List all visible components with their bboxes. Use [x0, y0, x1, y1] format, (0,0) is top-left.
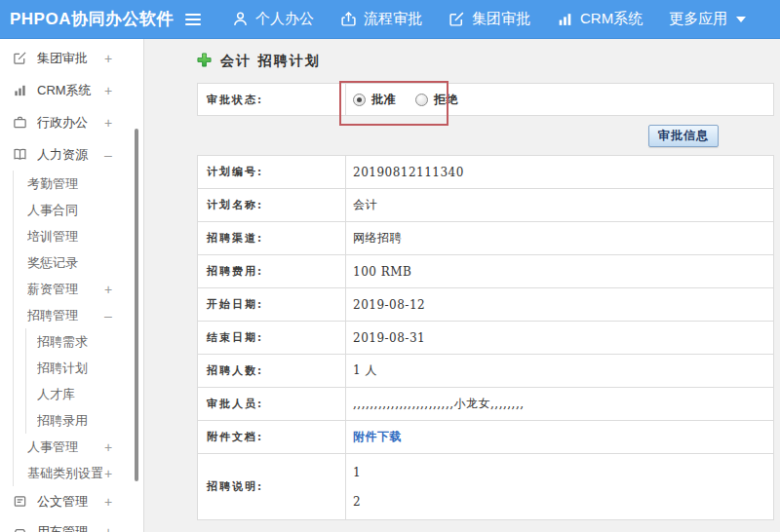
expand-icon: + — [102, 282, 114, 297]
edit-icon — [13, 51, 28, 65]
add-icon — [197, 53, 212, 70]
field-label: 审批状态: — [198, 84, 346, 116]
sidebar-item-admin-office[interactable]: 行政办公 + — [0, 106, 143, 138]
book-icon — [13, 147, 28, 162]
briefcase-icon — [13, 115, 28, 130]
sidebar-scrollbar[interactable] — [135, 129, 138, 481]
sidebar-item-attendance[interactable]: 考勤管理 — [14, 171, 143, 197]
field-value: 1 2 — [346, 454, 774, 520]
sidebar-item-recruit-mgmt[interactable]: 招聘管理 – — [14, 302, 143, 328]
detail-panel: 审批状态: 批准 拒绝 — [197, 83, 774, 520]
menu-toggle-icon[interactable] — [185, 14, 201, 25]
field-value: 100 RMB — [346, 255, 774, 288]
nav-group-approval[interactable]: 集团审批 — [448, 10, 530, 28]
radio-unselected-icon[interactable] — [415, 94, 428, 106]
sidebar-item-crm-system[interactable]: CRM系统 + — [0, 74, 143, 106]
radio-reject[interactable]: 拒绝 — [415, 92, 458, 108]
expand-icon: + — [102, 439, 114, 455]
sidebar: 集团审批 + CRM系统 + 行政办公 + — [0, 39, 144, 532]
button-row: 审批信息 — [197, 116, 774, 155]
field-label: 审批人员: — [198, 388, 346, 421]
hr-submenu: 考勤管理 人事合同 培训管理 奖惩记录 薪资管理 + 招聘管理 – 招聘需求 — [13, 171, 143, 486]
nav-personal-office[interactable]: 个人办公 — [232, 10, 314, 28]
table-row: 结束日期: 2019-08-31 — [198, 322, 774, 355]
sidebar-item-group-approval[interactable]: 集团审批 + — [0, 42, 143, 74]
sidebar-item-training[interactable]: 培训管理 — [14, 223, 143, 249]
recruit-submenu: 招聘需求 招聘计划 人才库 招聘录用 — [25, 328, 143, 434]
field-label: 招聘人数: — [198, 355, 346, 388]
top-nav: 个人办公 流程审批 集团审批 — [232, 10, 746, 28]
table-row: 计划编号: 20190812111340 — [198, 156, 774, 189]
page-title: 会计 招聘计划 — [220, 53, 321, 70]
expand-icon: + — [102, 83, 114, 98]
field-value: ,,,,,,,,,,,,,,,,,,,,,,,,小龙女,,,,,,,, — [346, 388, 774, 421]
field-value: 2019-08-12 — [346, 288, 774, 322]
field-label: 招聘渠道: — [198, 222, 346, 255]
sidebar-item-reward-punish[interactable]: 奖惩记录 — [14, 249, 143, 276]
nav-more-apps[interactable]: 更多应用 — [669, 10, 746, 28]
field-value: 会计 — [346, 189, 774, 222]
field-value: 20190812111340 — [346, 156, 774, 189]
top-bar: PHPOA协同办公软件 个人办公 流程审批 — [0, 0, 780, 39]
bar-chart-icon — [13, 83, 28, 97]
field-value: 网络招聘 — [346, 222, 774, 255]
field-value: 1 人 — [346, 355, 774, 388]
table-row: 招聘说明: 1 2 — [198, 454, 774, 520]
plan-detail-table: 计划编号: 20190812111340 计划名称: 会计 招聘渠道: 网络招聘… — [197, 155, 774, 520]
bar-chart-icon — [557, 11, 573, 27]
table-row: 计划名称: 会计 — [198, 189, 774, 222]
table-row: 附件文档: 附件下载 — [198, 421, 774, 454]
expand-icon: + — [102, 494, 114, 510]
sidebar-item-vehicle-mgmt[interactable]: 用车管理 + — [0, 516, 143, 532]
sidebar-item-recruit-plan[interactable]: 招聘计划 — [26, 355, 143, 381]
field-label: 招聘说明: — [198, 454, 346, 520]
nav-crm-system[interactable]: CRM系统 — [557, 10, 643, 28]
table-row: 招聘渠道: 网络招聘 — [198, 222, 774, 255]
field-label: 计划名称: — [198, 189, 346, 222]
field-label: 附件文档: — [198, 421, 346, 454]
radio-selected-icon[interactable] — [353, 94, 366, 106]
field-label: 结束日期: — [198, 322, 346, 355]
sidebar-item-base-category[interactable]: 基础类别设置 + — [14, 460, 143, 486]
table-row: 开始日期: 2019-08-12 — [198, 288, 774, 322]
radio-approve[interactable]: 批准 — [353, 92, 396, 108]
sidebar-item-talent-pool[interactable]: 人才库 — [26, 381, 143, 407]
expand-icon: + — [102, 115, 114, 131]
nav-workflow-approval[interactable]: 流程审批 — [340, 10, 422, 28]
table-row: 审批人员: ,,,,,,,,,,,,,,,,,,,,,,,,小龙女,,,,,,,… — [198, 388, 774, 421]
attachment-download-link[interactable]: 附件下载 — [353, 430, 402, 443]
table-row: 招聘人数: 1 人 — [198, 355, 774, 388]
sidebar-item-salary[interactable]: 薪资管理 + — [14, 276, 143, 302]
submit-icon — [340, 11, 357, 27]
collapse-icon: – — [102, 147, 114, 163]
field-value: 2019-08-31 — [346, 322, 774, 355]
main-content: 会计 招聘计划 审批状态: 批准 拒绝 — [144, 39, 780, 532]
collapse-icon: – — [102, 308, 114, 323]
user-icon — [232, 11, 249, 27]
table-row: 招聘费用: 100 RMB — [198, 255, 774, 288]
approval-status-table: 审批状态: 批准 拒绝 — [197, 83, 774, 116]
page-title-row: 会计 招聘计划 — [197, 52, 774, 71]
caret-down-icon — [736, 17, 746, 22]
expand-icon: + — [102, 51, 114, 66]
approval-info-button[interactable]: 审批信息 — [648, 125, 719, 147]
expand-icon: + — [102, 466, 114, 481]
document-icon — [13, 494, 28, 509]
car-icon — [13, 524, 28, 532]
sidebar-item-hr-contract[interactable]: 人事合同 — [14, 197, 143, 223]
sidebar-item-recruit-hire[interactable]: 招聘录用 — [26, 407, 143, 434]
sidebar-item-human-resources[interactable]: 人力资源 – — [0, 138, 143, 171]
approval-radio-group: 批准 拒绝 — [353, 92, 773, 108]
edit-icon — [448, 11, 465, 27]
field-label: 计划编号: — [198, 156, 346, 189]
field-label: 开始日期: — [198, 288, 346, 322]
sidebar-item-recruit-demand[interactable]: 招聘需求 — [26, 328, 143, 355]
sidebar-item-personnel-mgmt[interactable]: 人事管理 + — [14, 434, 143, 460]
table-row: 审批状态: 批准 拒绝 — [198, 84, 774, 116]
app-logo: PHPOA协同办公软件 — [0, 8, 185, 30]
expand-icon: + — [102, 524, 114, 532]
sidebar-item-document-mgmt[interactable]: 公文管理 + — [0, 486, 143, 516]
field-label: 招聘费用: — [198, 255, 346, 288]
